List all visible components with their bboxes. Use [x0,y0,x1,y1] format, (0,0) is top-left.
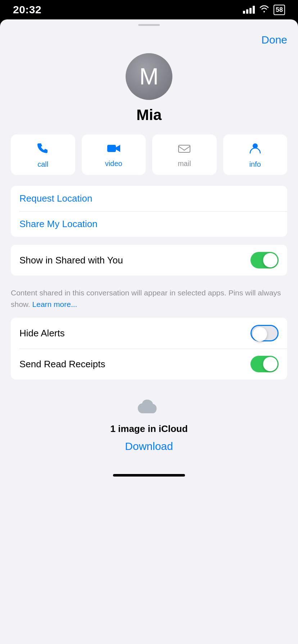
icloud-icon [136,398,162,418]
info-button[interactable]: info [223,134,288,175]
avatar-initial: M [139,63,158,90]
video-button[interactable]: video [82,134,146,175]
shared-description: Content shared in this conversation will… [0,284,298,318]
done-row: Done [0,30,298,53]
video-label: video [105,160,122,168]
svg-rect-0 [107,145,116,152]
download-button[interactable]: Download [125,440,173,452]
phone-icon [36,142,49,157]
avatar: M [126,53,172,100]
info-label: info [249,160,261,169]
video-icon [107,143,121,157]
send-read-receipts-item: Send Read Receipts [11,349,287,380]
icloud-text: 1 image in iCloud [110,423,188,434]
action-buttons-row: call video mail [0,134,298,186]
send-read-receipts-label: Send Read Receipts [19,359,105,370]
show-in-shared-label: Show in Shared with You [19,255,123,266]
home-bar [113,474,185,477]
request-location-label: Request Location [19,193,92,204]
icloud-section: 1 image in iCloud Download [0,387,298,467]
shared-with-you-section: Show in Shared with You [11,245,287,276]
call-label: call [37,160,48,169]
mail-icon [178,143,191,157]
svg-rect-1 [179,145,190,152]
status-bar: 20:32 58 [0,0,298,19]
send-read-receipts-toggle[interactable] [250,356,279,372]
share-location-item[interactable]: Share My Location [11,211,287,237]
show-in-shared-toggle[interactable] [250,252,279,268]
main-card: Done M Mia call video [0,19,298,644]
location-section: Request Location Share My Location [11,186,287,237]
share-location-label: Share My Location [19,218,98,230]
avatar-section: M Mia [0,53,298,134]
done-button[interactable]: Done [261,34,287,46]
toggle-thumb [263,253,277,267]
hide-alerts-toggle[interactable] [250,325,279,341]
mail-button[interactable]: mail [152,134,217,175]
alerts-receipts-section: Hide Alerts Send Read Receipts [11,318,287,380]
toggle-thumb-on [263,357,277,371]
info-person-icon [249,142,262,157]
drag-handle-area [0,19,298,30]
call-button[interactable]: call [11,134,75,175]
request-location-item[interactable]: Request Location [11,186,287,211]
hide-alerts-item: Hide Alerts [11,318,287,349]
drag-handle [138,24,160,26]
home-indicator [0,467,298,480]
wifi-icon [259,5,269,15]
learn-more-link[interactable]: Learn more... [32,300,77,308]
battery-icon: 58 [274,5,285,15]
toggle-thumb-outlined [253,327,267,341]
show-in-shared-item: Show in Shared with You [11,245,287,276]
signal-icon [243,6,255,14]
mail-label: mail [178,160,191,168]
hide-alerts-label: Hide Alerts [19,328,65,339]
status-icons: 58 [243,5,285,15]
status-time: 20:32 [13,4,41,16]
contact-name: Mia [136,106,162,124]
